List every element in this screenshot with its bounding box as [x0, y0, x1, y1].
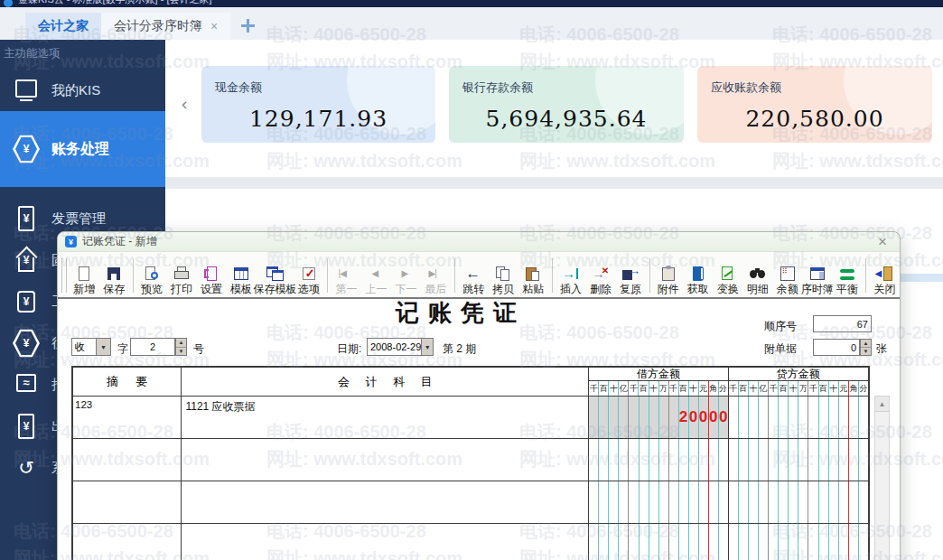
amount-digit-cell: [849, 439, 859, 481]
amount-digit-cell: [729, 481, 739, 523]
toolbar-gripper[interactable]: [61, 258, 67, 293]
toolbar-separator: [865, 258, 866, 293]
toolbar-button-label: 拷贝: [492, 284, 514, 295]
amount-digit-cell: [669, 397, 679, 438]
summary-cell[interactable]: [73, 524, 182, 560]
doc-icon: ¥: [11, 412, 42, 441]
toolbar-button-settings[interactable]: 设置: [196, 254, 226, 297]
voucher-word-value: 收: [72, 341, 96, 354]
toolbar-button-print[interactable]: 打印: [166, 254, 196, 297]
toolbar-button-restore[interactable]: 复原: [616, 254, 646, 297]
toolbar-button-attachment[interactable]: 附件: [653, 254, 683, 297]
sidebar-item-1[interactable]: ¥账务处理: [0, 111, 165, 187]
date-select[interactable]: 2008-02-29 ▼: [367, 338, 434, 356]
toolbar-button-transform[interactable]: 变换: [713, 254, 742, 297]
close-icon[interactable]: ×: [210, 19, 218, 33]
account-cell[interactable]: [182, 524, 589, 560]
credit-amount-cell[interactable]: [729, 481, 868, 523]
credit-amount-cell[interactable]: [729, 397, 868, 438]
sidebar-item-label: 我的KIS: [51, 82, 100, 99]
toolbar-button-paste[interactable]: 粘贴: [518, 254, 548, 297]
chevron-down-icon[interactable]: ▼: [421, 339, 433, 355]
dialog-close-icon[interactable]: ×: [878, 233, 887, 251]
toolbar-button-copy[interactable]: 拷贝: [489, 254, 518, 297]
toolbar-button-balance[interactable]: 余额: [772, 254, 802, 297]
dialog-vertical-scrollbar[interactable]: ▲: [874, 396, 890, 560]
amount-digit-cell: [769, 397, 779, 438]
toolbar-button-prev[interactable]: 上一: [361, 254, 391, 297]
toolbar-button-close-door[interactable]: 关闭: [870, 254, 900, 297]
summary-cell[interactable]: 123: [73, 397, 182, 438]
voucher-title: 记账凭证: [58, 297, 864, 329]
digit-column-label: 百: [639, 381, 649, 396]
toolbar-button-fetch[interactable]: 获取: [683, 254, 713, 297]
amount-digit-cell: [759, 524, 769, 560]
amount-digit-cell: [669, 439, 679, 481]
toolbar-button-first[interactable]: 第一: [331, 254, 361, 297]
amount-digit-cell: [729, 397, 739, 438]
yen-glyph: ¥: [23, 143, 30, 155]
debit-amount-cell[interactable]: 20000: [589, 397, 728, 438]
toolbar-button-preview[interactable]: 预览: [136, 254, 166, 297]
hex-icon: ¥: [11, 135, 42, 163]
sequence-label: 顺序号: [764, 319, 797, 334]
collapse-panel-arrow[interactable]: ‹: [182, 94, 187, 114]
journal-icon: [808, 266, 827, 282]
toolbar-button-goto[interactable]: 跳转: [459, 254, 489, 297]
restore-icon: [621, 266, 640, 282]
sidebar-section-label: 主功能选项: [4, 46, 165, 61]
amount-digit-cell: [829, 439, 839, 481]
toolbar-button-check-balance[interactable]: 平衡: [832, 254, 862, 297]
tab-journal[interactable]: 会计分录序时簿×: [101, 13, 230, 40]
voucher-word-select[interactable]: 收 ▼: [71, 338, 111, 356]
summary-card-blue[interactable]: 现金余额129,171.93: [201, 66, 435, 143]
attachment-count-input[interactable]: 0: [813, 339, 860, 356]
new-tab-icon[interactable]: [241, 19, 255, 33]
debit-digit-grid: [589, 439, 727, 481]
summary-card-orange[interactable]: 应收账款余额220,580.00: [697, 66, 932, 143]
sequence-input[interactable]: 67: [813, 315, 872, 332]
summary-cell[interactable]: [73, 439, 182, 481]
tab-home[interactable]: 会计之家: [25, 13, 101, 40]
amount-digit-cell: [839, 524, 849, 560]
voucher-number-input[interactable]: 2: [130, 338, 175, 356]
voucher-table-header: 摘 要 会 计 科 目 借方金额 千百十亿千百十万千百十元角分 贷方金额 千百十…: [73, 368, 868, 397]
attachment-count-stepper[interactable]: ▲▼: [860, 339, 872, 356]
paste-icon: [523, 266, 543, 282]
table-row: [73, 524, 868, 560]
digit-column-label: 分: [719, 381, 728, 396]
voucher-number-stepper[interactable]: ▲▼: [175, 338, 187, 356]
account-cell[interactable]: [182, 439, 589, 481]
toolbar-button-options[interactable]: 选项: [294, 254, 323, 297]
amount-digit-cell: [769, 481, 779, 523]
amount-digit-cell: [629, 524, 639, 560]
account-cell[interactable]: [182, 481, 589, 523]
debit-digit-grid: 20000: [589, 397, 727, 438]
chevron-down-icon[interactable]: ▼: [96, 339, 110, 355]
debit-amount-cell[interactable]: [589, 439, 728, 481]
toolbar-button-detail[interactable]: 明细: [742, 254, 772, 297]
debit-amount-cell[interactable]: [589, 481, 728, 523]
amount-digit-cell: [649, 397, 659, 438]
toolbar-button-label: 附件: [658, 284, 679, 295]
toolbar-button-save-template[interactable]: 保存模板: [256, 254, 294, 297]
debit-amount-cell[interactable]: [589, 524, 728, 560]
sidebar-item-0[interactable]: 我的KIS: [0, 70, 165, 111]
credit-amount-cell[interactable]: [729, 524, 868, 560]
summary-card-green[interactable]: 银行存款余额5,694,935.64: [449, 66, 684, 143]
credit-amount-cell[interactable]: [729, 439, 868, 481]
digit-column-label: 十: [829, 381, 839, 396]
toolbar-button-insert[interactable]: 插入: [556, 254, 586, 297]
summary-cell[interactable]: [73, 481, 182, 523]
toolbar-button-save[interactable]: 保存: [99, 254, 129, 297]
amount-digit-cell: [829, 397, 839, 438]
scroll-up-icon[interactable]: ▲: [875, 397, 889, 412]
toolbar-button-journal[interactable]: 序时簿: [802, 254, 832, 297]
digit-column-label: 千: [669, 381, 679, 396]
toolbar-button-template[interactable]: 模板: [226, 254, 256, 297]
account-cell[interactable]: 1121 应收票据: [182, 397, 589, 438]
toolbar-button-next[interactable]: 下一: [391, 254, 421, 297]
toolbar-button-last[interactable]: 最后: [421, 254, 451, 297]
toolbar-button-new-doc[interactable]: 新增: [70, 254, 99, 297]
toolbar-button-delete[interactable]: 删除: [586, 254, 616, 297]
